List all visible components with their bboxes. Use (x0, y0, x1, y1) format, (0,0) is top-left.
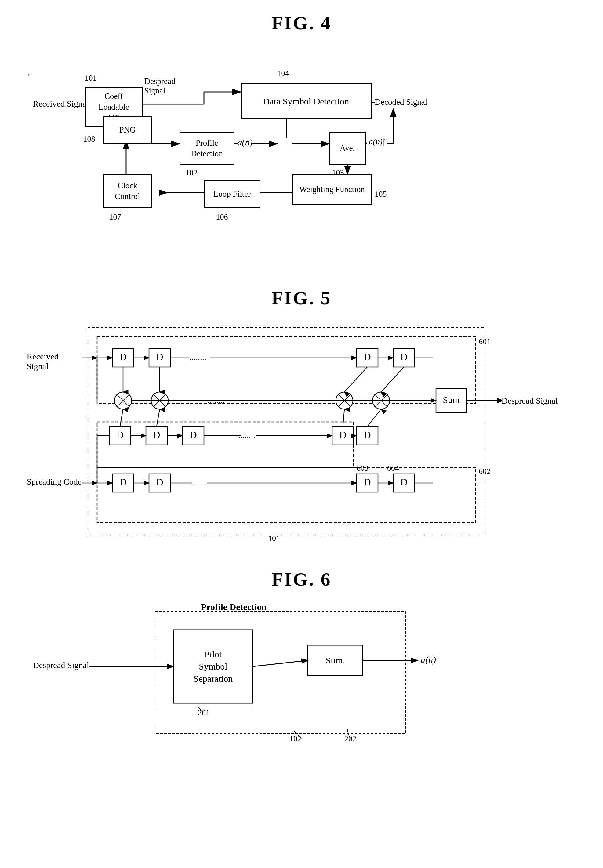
svg-rect-33 (149, 349, 170, 367)
svg-text:........: ........ (238, 431, 255, 440)
ref-101-tick: ⌐ (28, 71, 32, 79)
svg-rect-72 (109, 426, 131, 445)
svg-rect-97 (357, 474, 378, 492)
svg-text:Separation: Separation (193, 673, 232, 684)
svg-text:D: D (156, 477, 163, 488)
svg-point-58 (373, 392, 390, 409)
svg-text:101: 101 (268, 534, 280, 543)
svg-text:........: ........ (189, 353, 206, 362)
svg-text:........: ........ (208, 395, 225, 405)
fig4-title: FIG. 4 (25, 12, 578, 34)
svg-text:Pilot: Pilot (204, 649, 222, 659)
svg-text:........: ........ (189, 478, 206, 487)
svg-text:Symbol: Symbol (199, 661, 227, 671)
data-symbol-box: Data Symbol Detection (241, 83, 372, 119)
despread-signal-label: DespreadSignal (144, 77, 176, 96)
fig5-received-label: Received Signal (27, 352, 82, 371)
svg-line-57 (338, 394, 351, 407)
svg-text:D: D (400, 351, 407, 362)
fig4-section: FIG. 4 (25, 12, 578, 263)
fig4-diagram: Received Signal 101 ⌐ CoeffLoadableMF De… (27, 43, 577, 263)
svg-line-53 (153, 394, 166, 407)
svg-rect-38 (393, 349, 414, 367)
fig5-despread-label: Despread Signal (502, 396, 558, 406)
svg-rect-99 (393, 474, 414, 492)
svg-rect-27 (88, 327, 485, 535)
svg-rect-94 (149, 474, 170, 492)
svg-text:D: D (119, 351, 127, 362)
svg-line-56 (338, 394, 351, 407)
svg-text:D: D (400, 477, 407, 488)
svg-text:D: D (363, 477, 371, 488)
svg-rect-65 (436, 388, 467, 413)
fig6-diagram: Profile Detection Pilot Symbol Separatio… (27, 599, 577, 770)
svg-rect-31 (112, 349, 134, 367)
svg-line-64 (381, 367, 404, 392)
svg-text:D: D (119, 477, 127, 488)
page: FIG. 4 (0, 0, 603, 801)
svg-rect-122 (308, 645, 363, 676)
ave-box: Ave. (329, 131, 366, 165)
svg-rect-29 (97, 468, 476, 523)
svg-text:603: 603 (357, 464, 368, 473)
svg-line-88 (120, 409, 123, 426)
loop-filter-box: Loop Filter (204, 181, 260, 208)
clock-control-box: ClockControl (103, 175, 152, 208)
received-signal-label: Received Signal (33, 99, 89, 109)
svg-text:D: D (116, 429, 123, 440)
svg-line-59 (375, 394, 387, 407)
ref-108-label: 108 (83, 134, 95, 144)
png-box: PNG (103, 116, 152, 144)
svg-text:202: 202 (345, 734, 356, 743)
svg-text:D: D (156, 351, 163, 362)
svg-line-60 (375, 394, 387, 407)
svg-text:602: 602 (479, 467, 491, 476)
ref-102-label: 102 (186, 168, 198, 178)
svg-text:Profile Detection: Profile Detection (201, 602, 267, 612)
svg-text:D: D (339, 429, 346, 440)
svg-line-91 (367, 409, 381, 426)
svg-rect-92 (112, 474, 134, 492)
svg-line-90 (343, 409, 345, 426)
fig5-section: FIG. 5 (25, 287, 578, 544)
weighting-box: Weighting Function (292, 175, 372, 205)
fig6-despread-label: Despread Signal (33, 660, 89, 670)
svg-rect-79 (332, 426, 354, 445)
svg-rect-118 (173, 630, 253, 703)
decoded-signal-label: Decoded Signal (375, 97, 427, 107)
svg-rect-30 (97, 422, 354, 468)
fig5-spreading-label: Spreading Code (27, 477, 82, 487)
svg-rect-116 (155, 612, 405, 734)
svg-rect-28 (97, 337, 476, 404)
svg-text:604: 604 (387, 464, 399, 473)
svg-point-48 (114, 392, 131, 409)
fig5-title: FIG. 5 (25, 287, 578, 309)
svg-rect-76 (182, 426, 204, 445)
svg-text:Sum.: Sum. (325, 655, 345, 665)
svg-text:a(n): a(n) (421, 655, 436, 665)
svg-line-89 (157, 409, 160, 426)
profile-detection-box: ProfileDetection (179, 131, 235, 165)
svg-text:D: D (190, 429, 196, 440)
svg-line-50 (117, 394, 129, 407)
svg-text:D: D (153, 429, 160, 440)
svg-text:601: 601 (479, 337, 491, 346)
ref-101-label: 101 (85, 74, 97, 83)
ref-107-label: 107 (109, 213, 121, 222)
svg-rect-36 (357, 349, 378, 367)
svg-rect-81 (357, 426, 378, 445)
svg-text:102: 102 (289, 734, 302, 743)
svg-line-63 (345, 367, 367, 392)
svg-text:D: D (363, 351, 371, 362)
fig6-section: FIG. 6 Profile Detection Pilot Symbol Se… (25, 568, 578, 770)
ref-106-label: 106 (216, 213, 228, 222)
svg-point-51 (151, 392, 168, 409)
fig6-title: FIG. 6 (25, 568, 578, 590)
ref-104-label: 104 (277, 69, 289, 78)
svg-text:201: 201 (198, 708, 210, 717)
svg-rect-74 (146, 426, 167, 445)
svg-text:Sum: Sum (443, 395, 459, 405)
svg-point-55 (336, 392, 353, 409)
ref-105-label: 105 (375, 190, 387, 199)
svg-line-49 (117, 394, 129, 407)
